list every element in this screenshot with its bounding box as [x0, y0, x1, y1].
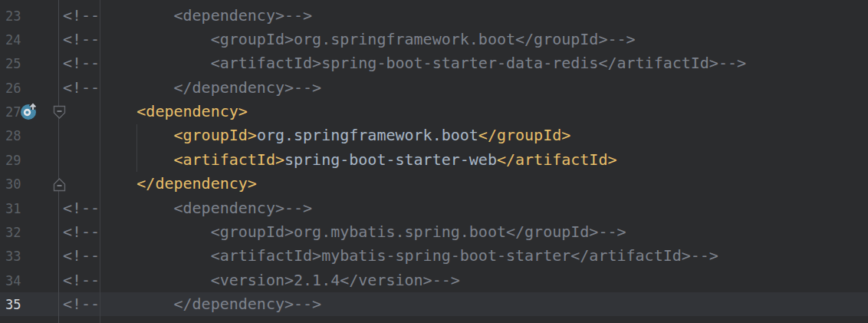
code-text: <!-- </dependency>-->	[0, 292, 868, 316]
code-line[interactable]: 33<!-- <artifactId>mybatis-spring-boot-s…	[0, 244, 868, 268]
code-line[interactable]: 34<!-- <version>2.1.4</version>-->	[0, 269, 868, 292]
code-text: <!-- <version>2.1.4</version>-->	[0, 269, 868, 292]
code-text: <groupId>org.springframework.boot</group…	[0, 124, 868, 147]
code-line[interactable]: 29 <artifactId>spring-boot-starter-web</…	[0, 148, 868, 172]
code-text: <!-- <artifactId>spring-boot-starter-dat…	[0, 51, 868, 75]
code-editor: 23<!-- <dependency>-->24<!-- <groupId>or…	[0, 0, 868, 323]
code-text: <dependency>	[0, 100, 868, 124]
code-line[interactable]: 32<!-- <groupId>org.mybatis.spring.boot<…	[0, 220, 868, 244]
code-line[interactable]: 28 <groupId>org.springframework.boot</gr…	[0, 124, 868, 147]
code-text: <!-- <groupId>org.springframework.boot</…	[0, 28, 868, 51]
code-text: <!-- <dependency>-->	[0, 196, 868, 220]
code-text: <!-- </dependency>-->	[0, 76, 868, 100]
code-line[interactable]: 26<!-- </dependency>-->	[0, 76, 868, 100]
code-lines: 23<!-- <dependency>-->24<!-- <groupId>or…	[0, 4, 868, 317]
code-text: <artifactId>spring-boot-starter-web</art…	[0, 148, 868, 172]
fold-region-start-icon[interactable]	[53, 105, 66, 123]
code-line[interactable]: 25<!-- <artifactId>spring-boot-starter-d…	[0, 51, 868, 75]
code-text: <!-- <groupId>org.mybatis.spring.boot</g…	[0, 220, 868, 244]
code-line[interactable]: 24<!-- <groupId>org.springframework.boot…	[0, 28, 868, 51]
code-line[interactable]: 35<!-- </dependency>-->	[0, 292, 868, 316]
override-navigate-up-icon[interactable]	[20, 102, 38, 124]
fold-region-end-icon[interactable]	[53, 177, 66, 195]
code-line[interactable]: 27 <dependency>	[0, 100, 868, 124]
code-text: <!-- <artifactId>mybatis-spring-boot-sta…	[0, 244, 868, 268]
code-line[interactable]: 23<!-- <dependency>-->	[0, 4, 868, 28]
code-line[interactable]: 31<!-- <dependency>-->	[0, 196, 868, 220]
code-text: <!-- <dependency>-->	[0, 4, 868, 28]
code-text: </dependency>	[0, 172, 868, 196]
code-line[interactable]: 30 </dependency>	[0, 172, 868, 196]
